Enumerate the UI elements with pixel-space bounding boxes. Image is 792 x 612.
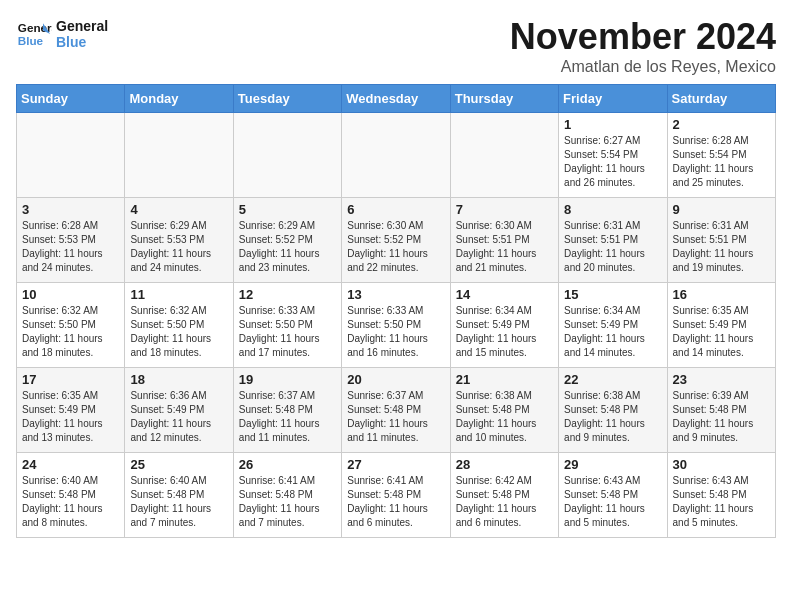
calendar-week-row: 17Sunrise: 6:35 AM Sunset: 5:49 PM Dayli… [17, 368, 776, 453]
day-info: Sunrise: 6:43 AM Sunset: 5:48 PM Dayligh… [564, 474, 661, 530]
day-info: Sunrise: 6:40 AM Sunset: 5:48 PM Dayligh… [22, 474, 119, 530]
day-number: 24 [22, 457, 119, 472]
calendar-day-cell: 1Sunrise: 6:27 AM Sunset: 5:54 PM Daylig… [559, 113, 667, 198]
day-number: 19 [239, 372, 336, 387]
logo: General Blue General Blue [16, 16, 108, 52]
day-info: Sunrise: 6:41 AM Sunset: 5:48 PM Dayligh… [347, 474, 444, 530]
day-number: 18 [130, 372, 227, 387]
day-of-week-header: Wednesday [342, 85, 450, 113]
day-info: Sunrise: 6:37 AM Sunset: 5:48 PM Dayligh… [239, 389, 336, 445]
day-info: Sunrise: 6:34 AM Sunset: 5:49 PM Dayligh… [456, 304, 553, 360]
day-number: 9 [673, 202, 770, 217]
calendar-header-row: SundayMondayTuesdayWednesdayThursdayFrid… [17, 85, 776, 113]
calendar-day-cell [233, 113, 341, 198]
day-number: 22 [564, 372, 661, 387]
calendar-day-cell: 5Sunrise: 6:29 AM Sunset: 5:52 PM Daylig… [233, 198, 341, 283]
day-number: 14 [456, 287, 553, 302]
calendar-day-cell [17, 113, 125, 198]
day-info: Sunrise: 6:36 AM Sunset: 5:49 PM Dayligh… [130, 389, 227, 445]
title-block: November 2024 Amatlan de los Reyes, Mexi… [510, 16, 776, 76]
day-of-week-header: Sunday [17, 85, 125, 113]
calendar-day-cell: 12Sunrise: 6:33 AM Sunset: 5:50 PM Dayli… [233, 283, 341, 368]
calendar-day-cell: 6Sunrise: 6:30 AM Sunset: 5:52 PM Daylig… [342, 198, 450, 283]
day-info: Sunrise: 6:30 AM Sunset: 5:52 PM Dayligh… [347, 219, 444, 275]
calendar-day-cell: 18Sunrise: 6:36 AM Sunset: 5:49 PM Dayli… [125, 368, 233, 453]
day-of-week-header: Thursday [450, 85, 558, 113]
day-number: 8 [564, 202, 661, 217]
calendar-day-cell: 25Sunrise: 6:40 AM Sunset: 5:48 PM Dayli… [125, 453, 233, 538]
calendar-day-cell: 26Sunrise: 6:41 AM Sunset: 5:48 PM Dayli… [233, 453, 341, 538]
logo-blue: Blue [56, 34, 108, 50]
day-of-week-header: Monday [125, 85, 233, 113]
calendar-day-cell: 15Sunrise: 6:34 AM Sunset: 5:49 PM Dayli… [559, 283, 667, 368]
calendar-week-row: 3Sunrise: 6:28 AM Sunset: 5:53 PM Daylig… [17, 198, 776, 283]
calendar-week-row: 24Sunrise: 6:40 AM Sunset: 5:48 PM Dayli… [17, 453, 776, 538]
calendar-day-cell: 7Sunrise: 6:30 AM Sunset: 5:51 PM Daylig… [450, 198, 558, 283]
calendar-day-cell: 19Sunrise: 6:37 AM Sunset: 5:48 PM Dayli… [233, 368, 341, 453]
day-info: Sunrise: 6:29 AM Sunset: 5:53 PM Dayligh… [130, 219, 227, 275]
day-number: 23 [673, 372, 770, 387]
calendar-day-cell [342, 113, 450, 198]
location-subtitle: Amatlan de los Reyes, Mexico [510, 58, 776, 76]
calendar-day-cell: 20Sunrise: 6:37 AM Sunset: 5:48 PM Dayli… [342, 368, 450, 453]
day-info: Sunrise: 6:37 AM Sunset: 5:48 PM Dayligh… [347, 389, 444, 445]
day-info: Sunrise: 6:35 AM Sunset: 5:49 PM Dayligh… [22, 389, 119, 445]
day-number: 27 [347, 457, 444, 472]
calendar-day-cell: 11Sunrise: 6:32 AM Sunset: 5:50 PM Dayli… [125, 283, 233, 368]
calendar-day-cell: 23Sunrise: 6:39 AM Sunset: 5:48 PM Dayli… [667, 368, 775, 453]
day-number: 17 [22, 372, 119, 387]
day-info: Sunrise: 6:38 AM Sunset: 5:48 PM Dayligh… [456, 389, 553, 445]
calendar-day-cell [450, 113, 558, 198]
day-number: 2 [673, 117, 770, 132]
day-number: 21 [456, 372, 553, 387]
calendar-day-cell: 28Sunrise: 6:42 AM Sunset: 5:48 PM Dayli… [450, 453, 558, 538]
calendar-day-cell: 29Sunrise: 6:43 AM Sunset: 5:48 PM Dayli… [559, 453, 667, 538]
day-info: Sunrise: 6:42 AM Sunset: 5:48 PM Dayligh… [456, 474, 553, 530]
day-number: 25 [130, 457, 227, 472]
calendar-day-cell: 13Sunrise: 6:33 AM Sunset: 5:50 PM Dayli… [342, 283, 450, 368]
day-number: 7 [456, 202, 553, 217]
calendar-day-cell: 22Sunrise: 6:38 AM Sunset: 5:48 PM Dayli… [559, 368, 667, 453]
calendar-day-cell [125, 113, 233, 198]
day-number: 29 [564, 457, 661, 472]
calendar-day-cell: 2Sunrise: 6:28 AM Sunset: 5:54 PM Daylig… [667, 113, 775, 198]
calendar-day-cell: 30Sunrise: 6:43 AM Sunset: 5:48 PM Dayli… [667, 453, 775, 538]
day-info: Sunrise: 6:29 AM Sunset: 5:52 PM Dayligh… [239, 219, 336, 275]
day-number: 12 [239, 287, 336, 302]
day-info: Sunrise: 6:35 AM Sunset: 5:49 PM Dayligh… [673, 304, 770, 360]
day-number: 30 [673, 457, 770, 472]
day-info: Sunrise: 6:28 AM Sunset: 5:54 PM Dayligh… [673, 134, 770, 190]
day-number: 20 [347, 372, 444, 387]
calendar-day-cell: 14Sunrise: 6:34 AM Sunset: 5:49 PM Dayli… [450, 283, 558, 368]
calendar-day-cell: 17Sunrise: 6:35 AM Sunset: 5:49 PM Dayli… [17, 368, 125, 453]
calendar-day-cell: 10Sunrise: 6:32 AM Sunset: 5:50 PM Dayli… [17, 283, 125, 368]
day-info: Sunrise: 6:28 AM Sunset: 5:53 PM Dayligh… [22, 219, 119, 275]
logo-general: General [56, 18, 108, 34]
day-info: Sunrise: 6:38 AM Sunset: 5:48 PM Dayligh… [564, 389, 661, 445]
calendar-day-cell: 9Sunrise: 6:31 AM Sunset: 5:51 PM Daylig… [667, 198, 775, 283]
day-info: Sunrise: 6:27 AM Sunset: 5:54 PM Dayligh… [564, 134, 661, 190]
day-number: 26 [239, 457, 336, 472]
day-info: Sunrise: 6:32 AM Sunset: 5:50 PM Dayligh… [22, 304, 119, 360]
day-of-week-header: Friday [559, 85, 667, 113]
calendar-day-cell: 3Sunrise: 6:28 AM Sunset: 5:53 PM Daylig… [17, 198, 125, 283]
day-info: Sunrise: 6:41 AM Sunset: 5:48 PM Dayligh… [239, 474, 336, 530]
day-number: 3 [22, 202, 119, 217]
calendar-week-row: 1Sunrise: 6:27 AM Sunset: 5:54 PM Daylig… [17, 113, 776, 198]
calendar-day-cell: 8Sunrise: 6:31 AM Sunset: 5:51 PM Daylig… [559, 198, 667, 283]
day-info: Sunrise: 6:30 AM Sunset: 5:51 PM Dayligh… [456, 219, 553, 275]
logo-icon: General Blue [16, 16, 52, 52]
day-number: 15 [564, 287, 661, 302]
page-header: General Blue General Blue November 2024 … [16, 16, 776, 76]
calendar-day-cell: 4Sunrise: 6:29 AM Sunset: 5:53 PM Daylig… [125, 198, 233, 283]
month-title: November 2024 [510, 16, 776, 58]
calendar-day-cell: 24Sunrise: 6:40 AM Sunset: 5:48 PM Dayli… [17, 453, 125, 538]
day-info: Sunrise: 6:43 AM Sunset: 5:48 PM Dayligh… [673, 474, 770, 530]
calendar-day-cell: 21Sunrise: 6:38 AM Sunset: 5:48 PM Dayli… [450, 368, 558, 453]
day-info: Sunrise: 6:40 AM Sunset: 5:48 PM Dayligh… [130, 474, 227, 530]
calendar-day-cell: 27Sunrise: 6:41 AM Sunset: 5:48 PM Dayli… [342, 453, 450, 538]
calendar-table: SundayMondayTuesdayWednesdayThursdayFrid… [16, 84, 776, 538]
day-of-week-header: Saturday [667, 85, 775, 113]
day-info: Sunrise: 6:33 AM Sunset: 5:50 PM Dayligh… [347, 304, 444, 360]
day-info: Sunrise: 6:39 AM Sunset: 5:48 PM Dayligh… [673, 389, 770, 445]
